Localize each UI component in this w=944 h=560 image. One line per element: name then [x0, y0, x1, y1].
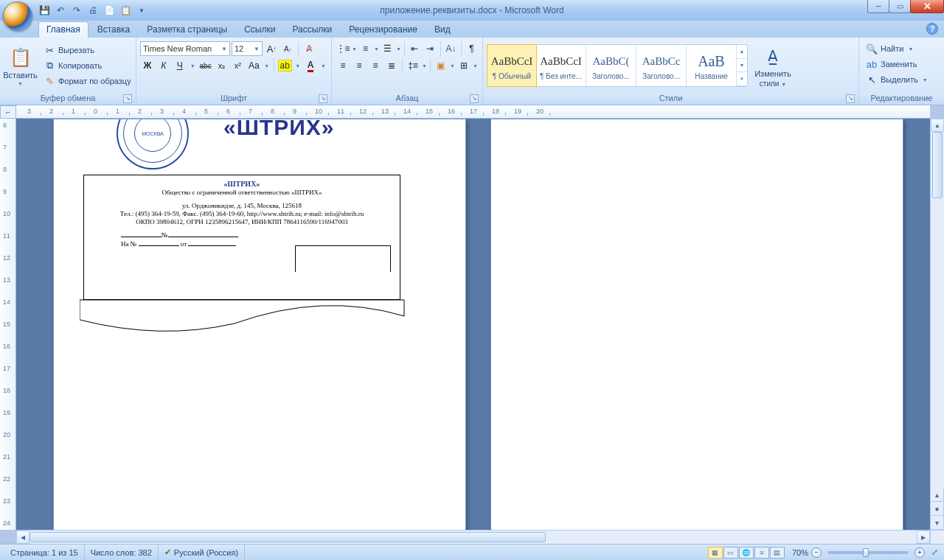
copy-button[interactable]: ⧉Копировать	[41, 58, 134, 73]
chevron-down-icon[interactable]: ▼	[263, 63, 271, 69]
chevron-down-icon[interactable]: ▼	[450, 63, 455, 69]
status-wordcount[interactable]: Число слов: 382	[85, 545, 159, 560]
style-heading2[interactable]: AaBbCcЗаголово...	[636, 45, 687, 86]
scroll-thumb[interactable]	[932, 132, 943, 198]
chevron-down-icon[interactable]: ▼	[396, 46, 401, 52]
find-button[interactable]: 🔍Найти▼	[863, 41, 940, 56]
h-scroll-thumb[interactable]	[30, 532, 546, 542]
align-center-button[interactable]: ≡	[352, 58, 367, 73]
tab-selector[interactable]: ⌐	[0, 105, 16, 119]
increase-indent-button[interactable]: ⇥	[423, 41, 437, 56]
office-button[interactable]	[3, 1, 32, 31]
view-full-reading[interactable]: ▭	[723, 547, 738, 559]
italic-button[interactable]: К	[156, 58, 171, 73]
gallery-expand-icon[interactable]: ▾	[737, 72, 747, 86]
change-case-button[interactable]: Aa	[246, 58, 261, 73]
font-color-button[interactable]: A	[303, 58, 318, 73]
select-button[interactable]: ↖Выделить▼	[863, 72, 940, 87]
minimize-button[interactable]: ─	[867, 0, 889, 13]
view-draft[interactable]: ▤	[770, 547, 785, 559]
tab-home[interactable]: Главная	[38, 21, 88, 38]
tab-mailings[interactable]: Рассылки	[284, 21, 340, 38]
browse-object-button[interactable]: ●	[930, 502, 944, 516]
qat-copy-icon[interactable]: 📋	[119, 4, 131, 16]
chevron-down-icon[interactable]: ▼	[374, 46, 379, 52]
paragraph-launcher[interactable]: ↘	[470, 94, 479, 103]
tab-layout[interactable]: Разметка страницы	[139, 21, 235, 38]
h-scroll-track[interactable]	[30, 531, 917, 544]
redo-icon[interactable]: ↷	[71, 4, 83, 16]
qat-dropdown-icon[interactable]: ▼	[136, 4, 148, 16]
style-nospacing[interactable]: AaBbCcI¶ Без инте...	[536, 45, 586, 86]
status-language[interactable]: ✔Русский (Россия)	[159, 545, 245, 560]
bullets-button[interactable]: ⋮≡	[336, 41, 350, 56]
zoom-level[interactable]: 70%	[785, 545, 811, 560]
change-styles-button[interactable]: A̲ Изменить стили ▼	[751, 41, 795, 91]
scroll-right-button[interactable]: ▶	[917, 531, 930, 544]
close-button[interactable]: ✕	[910, 0, 944, 13]
numbering-button[interactable]: ≡	[358, 41, 372, 56]
view-outline[interactable]: ≡	[754, 547, 769, 559]
vertical-ruler[interactable]: 678910111213141516171819202122232425	[0, 119, 16, 530]
tab-review[interactable]: Рецензирование	[341, 21, 426, 38]
chevron-down-icon[interactable]: ▼	[737, 59, 747, 73]
bold-button[interactable]: Ж	[140, 58, 155, 73]
view-web[interactable]: 🌐	[739, 547, 754, 559]
shading-button[interactable]: ▣	[434, 58, 448, 73]
horizontal-ruler[interactable]: 32101234567891011121314151617181920	[16, 105, 930, 119]
replace-button[interactable]: abЗаменить	[863, 57, 940, 71]
decrease-indent-button[interactable]: ⇤	[408, 41, 422, 56]
scroll-up-button[interactable]: ▲	[931, 119, 944, 132]
font-size-combo[interactable]: 12▼	[232, 41, 263, 56]
chevron-down-icon[interactable]: ▼	[294, 63, 302, 69]
underline-button[interactable]: Ч	[173, 58, 187, 73]
maximize-button[interactable]: ▭	[889, 0, 911, 13]
clear-format-button[interactable]: A̷	[302, 41, 316, 56]
zoom-in-button[interactable]: +	[914, 547, 925, 558]
vertical-scrollbar[interactable]: ▲ ▼	[930, 119, 944, 530]
zoom-fit-button[interactable]: ⤢	[929, 547, 940, 557]
borders-button[interactable]: ⊞	[457, 58, 471, 73]
sort-button[interactable]: A↓	[444, 41, 458, 56]
zoom-knob[interactable]	[863, 548, 869, 557]
tab-references[interactable]: Ссылки	[236, 21, 283, 38]
style-normal[interactable]: AaBbCcI¶ Обычный	[487, 44, 537, 87]
chevron-down-icon[interactable]: ▼	[473, 63, 478, 69]
clipboard-launcher[interactable]: ↘	[123, 94, 132, 103]
align-justify-button[interactable]: ≣	[384, 58, 399, 73]
font-family-combo[interactable]: Times New Roman▼	[140, 41, 230, 56]
styles-more[interactable]: ▲▼▾	[737, 45, 747, 86]
styles-launcher[interactable]: ↘	[846, 94, 855, 103]
chevron-down-icon[interactable]: ▼	[422, 63, 427, 69]
status-page[interactable]: Страница: 1 из 15	[4, 545, 85, 560]
next-page-button[interactable]: ▾	[930, 516, 944, 530]
tab-insert[interactable]: Вставка	[89, 21, 139, 38]
cut-button[interactable]: ✂Вырезать	[41, 43, 134, 57]
superscript-button[interactable]: x²	[230, 58, 245, 73]
scroll-track[interactable]	[931, 132, 944, 517]
show-marks-button[interactable]: ¶	[465, 41, 479, 56]
help-button[interactable]: ?	[926, 23, 938, 35]
paste-button[interactable]: 📋 Вставить ▼	[4, 41, 37, 91]
shrink-font-button[interactable]: A↓	[280, 41, 295, 56]
undo-icon[interactable]: ↶	[55, 4, 66, 16]
align-left-button[interactable]: ≡	[336, 58, 350, 73]
strike-button[interactable]: abc	[198, 58, 213, 73]
chevron-down-icon[interactable]: ▼	[189, 63, 197, 69]
font-launcher[interactable]: ↘	[319, 94, 327, 103]
styles-gallery[interactable]: AaBbCcI¶ Обычный AaBbCcI¶ Без инте... Aa…	[487, 44, 748, 87]
chevron-down-icon[interactable]: ▼	[319, 63, 327, 69]
qat-new-icon[interactable]: 📄	[103, 4, 115, 16]
qat-print-icon[interactable]: 🖨	[87, 4, 99, 16]
grow-font-button[interactable]: A↑	[264, 41, 279, 56]
view-print-layout[interactable]: ▦	[708, 547, 723, 559]
multilevel-button[interactable]: ☰	[381, 41, 395, 56]
prev-page-button[interactable]: ▴	[930, 488, 944, 502]
save-icon[interactable]: 💾	[38, 4, 50, 16]
zoom-slider[interactable]	[827, 551, 909, 554]
horizontal-scrollbar[interactable]: ◀ ▶	[16, 530, 930, 544]
chevron-up-icon[interactable]: ▲	[737, 45, 747, 59]
line-spacing-button[interactable]: ‡≡	[406, 58, 420, 73]
style-title[interactable]: АаВНазвание	[687, 45, 737, 86]
style-heading1[interactable]: AaBbC(Заголово...	[586, 45, 636, 86]
